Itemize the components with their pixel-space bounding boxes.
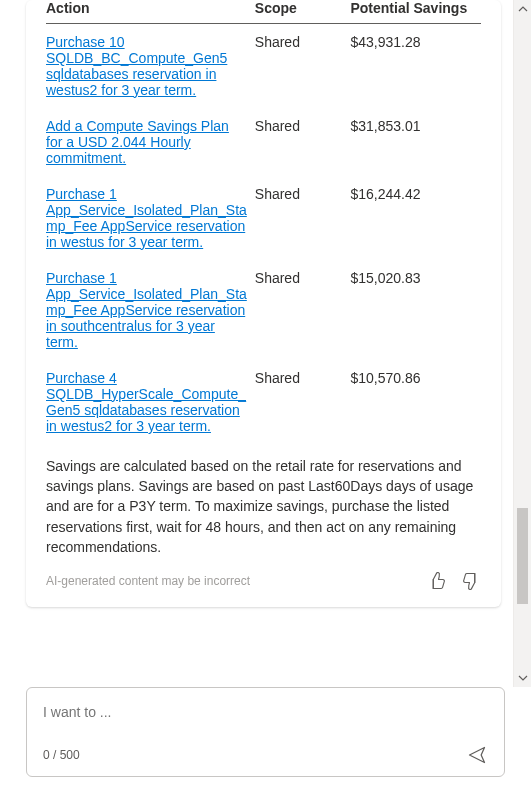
row-savings: $16,244.42 (350, 176, 481, 260)
chat-input[interactable] (43, 704, 488, 720)
savings-footnote: Savings are calculated based on the reta… (46, 456, 481, 557)
char-count: 0 / 500 (43, 748, 80, 762)
row-scope: Shared (255, 108, 351, 176)
recommendations-card: Action Scope Potential Savings Purchase … (26, 0, 501, 607)
table-row: Purchase 10 SQLDB_BC_Compute_Gen5 sqldat… (46, 23, 481, 108)
table-row: Purchase 1 App_Service_Isolated_Plan_Sta… (46, 176, 481, 260)
table-row: Purchase 4 SQLDB_HyperScale_Compute_Gen5… (46, 360, 481, 444)
row-scope: Shared (255, 260, 351, 360)
recommendation-link[interactable]: Purchase 1 App_Service_Isolated_Plan_Sta… (46, 186, 247, 250)
table-row: Purchase 1 App_Service_Isolated_Plan_Sta… (46, 260, 481, 360)
row-scope: Shared (255, 23, 351, 108)
thumbs-up-icon[interactable] (427, 571, 447, 591)
send-icon[interactable] (466, 744, 488, 766)
scrollbar-thumb[interactable] (517, 508, 528, 604)
header-action: Action (46, 0, 255, 23)
chat-input-box[interactable]: 0 / 500 (26, 687, 505, 777)
row-savings: $31,853.01 (350, 108, 481, 176)
row-savings: $43,931.28 (350, 23, 481, 108)
recommendations-table: Action Scope Potential Savings Purchase … (46, 0, 481, 444)
recommendation-link[interactable]: Purchase 10 SQLDB_BC_Compute_Gen5 sqldat… (46, 34, 227, 98)
scroll-down-arrow-icon[interactable] (514, 669, 531, 687)
thumbs-down-icon[interactable] (461, 571, 481, 591)
feedback-buttons (427, 571, 481, 591)
row-savings: $15,020.83 (350, 260, 481, 360)
row-savings: $10,570.86 (350, 360, 481, 444)
row-scope: Shared (255, 360, 351, 444)
recommendation-link[interactable]: Add a Compute Savings Plan for a USD 2.0… (46, 118, 229, 166)
recommendation-link[interactable]: Purchase 4 SQLDB_HyperScale_Compute_Gen5… (46, 370, 246, 434)
scroll-up-arrow-icon[interactable] (514, 0, 531, 18)
header-scope: Scope (255, 0, 351, 23)
table-row: Add a Compute Savings Plan for a USD 2.0… (46, 108, 481, 176)
row-scope: Shared (255, 176, 351, 260)
ai-disclaimer-text: AI-generated content may be incorrect (46, 574, 250, 588)
recommendation-link[interactable]: Purchase 1 App_Service_Isolated_Plan_Sta… (46, 270, 247, 350)
vertical-scrollbar[interactable] (513, 0, 531, 687)
header-savings: Potential Savings (350, 0, 481, 23)
